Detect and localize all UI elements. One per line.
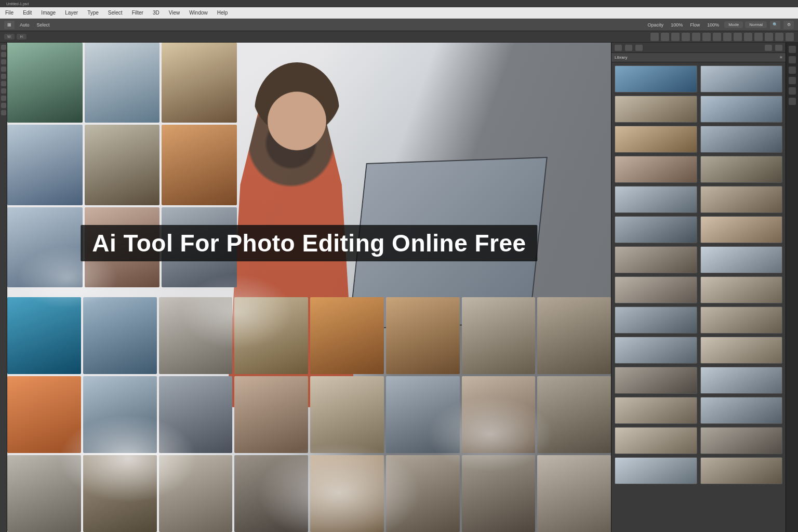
- rs-color-icon[interactable]: [789, 77, 796, 84]
- panel-btn-5[interactable]: [775, 45, 782, 51]
- tool-crop[interactable]: [1, 66, 6, 72]
- menu-3d[interactable]: 3D: [153, 10, 159, 16]
- tool-brush[interactable]: [1, 74, 6, 79]
- library-thumb[interactable]: [700, 367, 783, 394]
- opt-right-1[interactable]: 100%: [671, 22, 683, 28]
- ctrl-icon-13[interactable]: [786, 33, 794, 41]
- menu-file[interactable]: File: [5, 10, 14, 16]
- library-thumb[interactable]: [615, 457, 697, 484]
- canvas-thumb-bottom: [537, 376, 611, 453]
- library-thumb[interactable]: [615, 367, 697, 394]
- library-thumb[interactable]: [615, 156, 697, 183]
- canvas-thumb-bottom: [537, 455, 611, 532]
- library-thumb[interactable]: [700, 156, 783, 183]
- ctrl-icon-11[interactable]: [765, 33, 773, 41]
- ctrl-h[interactable]: H:: [17, 34, 26, 39]
- tool-text[interactable]: [1, 88, 6, 94]
- menu-filter[interactable]: Filter: [132, 10, 143, 16]
- library-thumb[interactable]: [700, 397, 783, 424]
- library-thumb[interactable]: [700, 126, 783, 153]
- opt-pill-0[interactable]: Mode: [724, 21, 743, 28]
- search-icon[interactable]: 🔍: [770, 21, 780, 29]
- gear-icon[interactable]: ⚙: [783, 21, 794, 29]
- library-thumb[interactable]: [700, 216, 783, 243]
- library-thumb[interactable]: [615, 337, 697, 364]
- canvas-thumb-bottom: [159, 376, 233, 453]
- library-thumb[interactable]: [700, 65, 783, 92]
- rs-adjust-icon[interactable]: [789, 56, 796, 63]
- tool-icon[interactable]: ▦: [4, 21, 15, 29]
- ctrl-icon-3[interactable]: [682, 33, 690, 41]
- opt-right-2[interactable]: Flow: [690, 22, 700, 28]
- library-thumb[interactable]: [615, 216, 697, 243]
- library-thumb[interactable]: [700, 337, 783, 364]
- rs-info-icon[interactable]: [789, 98, 796, 105]
- tool-move[interactable]: [1, 45, 6, 50]
- opt-right-3[interactable]: 100%: [707, 22, 719, 28]
- ctrl-icon-0[interactable]: [650, 33, 659, 41]
- library-thumb[interactable]: [615, 307, 697, 334]
- ctrl-icon-6[interactable]: [713, 33, 721, 41]
- ctrl-icon-5[interactable]: [702, 33, 711, 41]
- document-tab[interactable]: Untitled-1.psd: [4, 2, 31, 6]
- menu-image[interactable]: Image: [41, 10, 56, 16]
- library-thumb[interactable]: [700, 96, 783, 123]
- tool-zoom[interactable]: [1, 110, 6, 115]
- library-thumb[interactable]: [615, 397, 697, 424]
- control-bar: W: H:: [0, 31, 798, 43]
- library-thumb[interactable]: [700, 307, 783, 334]
- rs-swatch-icon[interactable]: [789, 87, 796, 95]
- ctrl-icon-2[interactable]: [671, 33, 680, 41]
- menu-edit[interactable]: Edit: [23, 10, 32, 16]
- ctrl-icon-7[interactable]: [723, 33, 732, 41]
- opt-select[interactable]: Select: [37, 22, 50, 28]
- tool-shape[interactable]: [1, 96, 6, 101]
- library-thumb[interactable]: [615, 246, 697, 273]
- opt-auto[interactable]: Auto: [20, 22, 30, 28]
- library-thumb[interactable]: [615, 65, 697, 92]
- tool-marquee[interactable]: [1, 52, 6, 57]
- panel-thumb-grid: [615, 65, 782, 484]
- canvas-thumb-left: [7, 43, 83, 123]
- canvas-thumb-bottom: [462, 376, 536, 453]
- canvas-thumb-bottom: [386, 376, 460, 453]
- panel-menu-icon[interactable]: ≡: [780, 55, 782, 60]
- ctrl-icon-9[interactable]: [744, 33, 752, 41]
- ctrl-w[interactable]: W:: [4, 34, 15, 39]
- canvas[interactable]: Ai Tool For Photo Editing Online Free: [7, 43, 611, 532]
- menu-type[interactable]: Type: [87, 10, 99, 16]
- ctrl-icon-1[interactable]: [661, 33, 669, 41]
- menu-layer[interactable]: Layer: [65, 10, 78, 16]
- ctrl-icon-10[interactable]: [754, 33, 763, 41]
- library-thumb[interactable]: [615, 96, 697, 123]
- ctrl-icon-8[interactable]: [734, 33, 742, 41]
- ctrl-icon-12[interactable]: [775, 33, 783, 41]
- tool-hand[interactable]: [1, 103, 6, 108]
- panel-btn-1[interactable]: [615, 45, 622, 51]
- panel-btn-3[interactable]: [635, 45, 643, 51]
- opt-pill-1[interactable]: Normal: [745, 21, 767, 28]
- library-thumb[interactable]: [615, 276, 697, 303]
- tool-lasso[interactable]: [1, 59, 6, 64]
- library-thumb[interactable]: [700, 246, 783, 273]
- menu-view[interactable]: View: [169, 10, 180, 16]
- panel-btn-4[interactable]: [765, 45, 772, 51]
- menu-select[interactable]: Select: [108, 10, 123, 16]
- library-thumb[interactable]: [615, 186, 697, 213]
- opt-right-0[interactable]: Opacity: [648, 22, 664, 28]
- menu-bar: File Edit Image Layer Type Select Filter…: [0, 7, 798, 19]
- ctrl-icon-4[interactable]: [692, 33, 700, 41]
- panel-btn-2[interactable]: [625, 45, 632, 51]
- library-thumb[interactable]: [700, 457, 783, 484]
- library-thumb[interactable]: [700, 276, 783, 303]
- canvas-thumb-bottom: [386, 297, 460, 374]
- library-thumb[interactable]: [615, 427, 697, 454]
- library-thumb[interactable]: [700, 186, 783, 213]
- menu-window[interactable]: Window: [189, 10, 208, 16]
- tool-eraser[interactable]: [1, 81, 6, 86]
- library-thumb[interactable]: [615, 126, 697, 153]
- rs-history-icon[interactable]: [789, 66, 796, 74]
- library-thumb[interactable]: [700, 427, 783, 454]
- rs-layers-icon[interactable]: [789, 46, 796, 53]
- menu-help[interactable]: Help: [217, 10, 228, 16]
